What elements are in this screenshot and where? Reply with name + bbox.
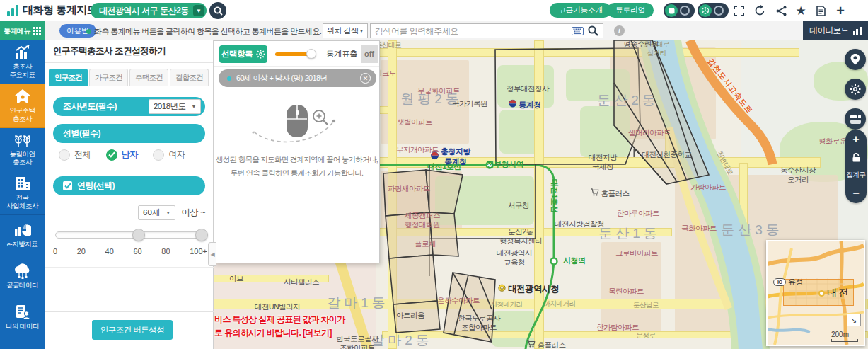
fullscreen-icon	[734, 6, 744, 16]
mouse-drag-icon	[244, 103, 350, 149]
age-bar[interactable]: 연령(선택)	[53, 176, 205, 195]
zoom-out-button[interactable]: −	[852, 188, 859, 199]
sidebar-item[interactable]: 총조사 주요지표	[0, 40, 45, 84]
gender-options: 전체남자여자	[59, 149, 200, 161]
age-tick: 100+	[190, 247, 207, 256]
advanced-features-button[interactable]: 고급기능소개	[550, 3, 611, 18]
search-type-select[interactable]: 위치 검색▼	[323, 23, 368, 38]
refresh-button[interactable]	[752, 4, 768, 18]
grid-menu-icon	[33, 27, 41, 35]
tab-결합조건[interactable]: 결합조건	[170, 69, 209, 86]
tab-가구조건[interactable]: 가구조건	[89, 69, 128, 86]
map-park	[497, 65, 554, 108]
fullscreen-button[interactable]	[731, 4, 746, 18]
divider	[45, 267, 214, 268]
radio-icon	[153, 149, 164, 161]
map-scale: 200m	[831, 331, 858, 342]
gender-radio-여자[interactable]: 여자	[153, 149, 200, 161]
map-label: 시청역	[563, 256, 586, 266]
report-button[interactable]	[813, 4, 828, 18]
age-tick: 0	[53, 247, 57, 256]
sidebar-item[interactable]: 전국 사업체조사	[0, 171, 45, 215]
favorite-button[interactable]: ★	[793, 4, 809, 18]
minimap[interactable]: IC 유성 대전 ↘ 200m	[766, 240, 865, 346]
selected-items-button[interactable]: 선택항목	[219, 45, 267, 63]
divider	[45, 311, 214, 312]
aggregate-zone-label[interactable]: 집계구	[847, 171, 866, 180]
app-window: 월평2동둔산2동둔산1동둔산3동갈마1동갈마2동둔산대로둔산대로 삼거리평송수련…	[0, 0, 868, 349]
age-range-slider[interactable]	[55, 231, 205, 239]
radio-label: 전체	[74, 149, 91, 161]
year-select[interactable]: 2018년도▼	[149, 99, 201, 114]
map-settings-button[interactable]	[845, 79, 866, 100]
business-icon	[14, 176, 31, 191]
databoard-button[interactable]: 데이터보드	[803, 21, 868, 40]
notice-more-link[interactable]: 로 유의하시기 바랍니다. [더보기]	[214, 328, 332, 338]
virtual-keyboard-icon[interactable]	[572, 27, 584, 35]
map-view-toggle[interactable]	[664, 3, 695, 18]
sidebar-item[interactable]: e-지방지표	[0, 215, 45, 256]
age-checkbox[interactable]	[63, 181, 72, 190]
divider	[45, 168, 214, 168]
unlock-icon[interactable]	[852, 153, 861, 162]
age-suffix-label: 이상 ~	[181, 207, 205, 219]
top-header: 대화형 통계지도 대전광역시 서구 둔산2동 ▼ 고급기능소개 튜토리얼 ★	[0, 0, 868, 21]
selected-stat-item[interactable]: 60세 이상 + 남자 (명)-2018년 ✕	[219, 69, 376, 87]
info-icon[interactable]: i	[614, 25, 625, 36]
tab-주택조건[interactable]: 주택조건	[129, 69, 168, 86]
gear-icon	[850, 84, 861, 95]
sidebar-item-label: 총조사 주요지표	[10, 62, 35, 79]
gender-radio-남자[interactable]: 남자	[106, 149, 154, 161]
gender-bar: 성별(필수)	[53, 124, 205, 143]
region-search-button[interactable]	[209, 2, 226, 19]
stats-menu-button[interactable]: 통계메뉴	[0, 21, 45, 40]
locate-button[interactable]	[845, 49, 866, 70]
sidebar-item-label: 공공데이터	[6, 281, 38, 290]
opacity-slider-handle[interactable]	[306, 49, 316, 59]
map-label: 홈플러스	[591, 188, 630, 198]
survey-year-bar: 조사년도(필수) 2018년도▼	[53, 97, 205, 116]
sidebar-item[interactable]: 인구주택 총조사	[0, 84, 45, 128]
toggle-off-icon	[714, 6, 724, 16]
location-pin-icon	[850, 54, 860, 65]
generate-condition-button[interactable]: 인구조건 버튼생성	[92, 320, 173, 340]
region-selector[interactable]: 대전광역시 서구 둔산2동 ▼	[91, 3, 207, 18]
minimap-expand-button[interactable]: ↘	[847, 314, 861, 326]
search-submit-icon[interactable]	[588, 25, 598, 36]
remove-item-icon[interactable]: ✕	[360, 73, 371, 84]
stat-display-label: 통계표출	[326, 49, 357, 59]
zoom-in-button[interactable]: +	[852, 134, 859, 145]
sidebar-item[interactable]: 공공데이터	[0, 256, 45, 297]
scale-bar	[831, 339, 858, 342]
panel-title: 인구주택총조사 조건설정하기	[45, 40, 213, 63]
public-data-icon	[13, 263, 32, 279]
opacity-slider[interactable]	[275, 52, 312, 56]
map-park	[492, 311, 538, 347]
tab-인구조건[interactable]: 인구조건	[49, 69, 88, 86]
app-logo: 대화형 통계지도	[7, 4, 97, 17]
panel-collapse-handle[interactable]: ◀	[208, 242, 216, 266]
helper-text: 좌측 통계메뉴 버튼을 클릭하여 항목을 선택하고 통계버튼을 만드세요.	[86, 26, 321, 37]
tutorial-button[interactable]: 튜토리얼	[607, 3, 654, 18]
search-input[interactable]	[375, 26, 567, 36]
slider-handle-min[interactable]	[132, 229, 145, 241]
add-button[interactable]: +	[833, 4, 848, 18]
minimap-city-daejeon: 대전	[818, 287, 850, 299]
slider-handle-max[interactable]	[195, 229, 208, 241]
sidebar-item[interactable]: 나의 데이터	[0, 297, 45, 338]
gender-radio-전체[interactable]: 전체	[59, 149, 106, 161]
refresh-icon	[754, 5, 765, 16]
age-select[interactable]: 60세▼	[138, 205, 175, 220]
cube-icon	[699, 4, 712, 17]
age-tick: 80	[161, 247, 170, 256]
cityhall-icon	[498, 284, 506, 295]
sidebar-item[interactable]: 농림어업 총조사	[0, 128, 45, 172]
layers-button[interactable]	[845, 108, 866, 130]
search-icon	[214, 6, 223, 16]
3d-view-toggle[interactable]	[698, 3, 729, 18]
region-selector-label: 대전광역시 서구 둔산2동	[99, 5, 189, 17]
map-label: 대전광역시 교육청	[497, 248, 532, 267]
share-button[interactable]	[773, 4, 789, 18]
bullet-icon	[86, 29, 91, 34]
stat-display-toggle[interactable]: off	[361, 45, 378, 63]
